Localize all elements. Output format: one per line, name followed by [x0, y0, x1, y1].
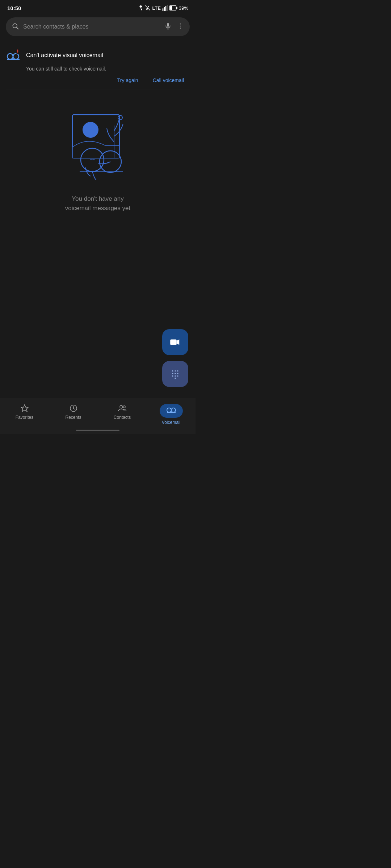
- nav-item-recents[interactable]: Recents: [49, 402, 98, 422]
- dialpad-fab[interactable]: [162, 361, 188, 387]
- empty-state-message: You don't have any voicemail messages ye…: [65, 194, 130, 213]
- svg-point-36: [172, 375, 173, 377]
- battery-icon: [169, 5, 177, 10]
- svg-point-45: [171, 408, 176, 412]
- bluetooth-icon: [138, 5, 143, 11]
- search-bar[interactable]: Search contacts & places: [6, 17, 190, 36]
- svg-point-35: [177, 373, 178, 374]
- svg-rect-7: [170, 6, 172, 10]
- svg-point-38: [177, 375, 178, 377]
- svg-point-17: [13, 54, 19, 59]
- voicemail-error-banner: Can't activate visual voicemail You can …: [6, 42, 190, 89]
- clock-icon: [69, 404, 78, 413]
- status-icons: LTE 39%: [138, 5, 188, 11]
- svg-point-23: [83, 122, 98, 138]
- svg-rect-29: [170, 340, 177, 345]
- fab-container: [162, 329, 188, 387]
- svg-point-39: [175, 378, 176, 379]
- nav-item-voicemail[interactable]: Voicemail: [147, 402, 196, 427]
- recents-label: Recents: [65, 415, 81, 420]
- svg-rect-10: [167, 23, 169, 26]
- svg-point-30: [172, 370, 173, 372]
- banner-subtitle: You can still call to check voicemail.: [26, 66, 190, 72]
- call-voicemail-button[interactable]: Call voicemail: [150, 76, 187, 85]
- search-icon: [12, 22, 19, 31]
- voicemail-icon: [166, 406, 176, 414]
- bottom-navigation: Favorites Recents Contacts Voicemail: [0, 398, 196, 434]
- contacts-icon: [118, 404, 127, 413]
- status-time: 10:50: [7, 5, 21, 11]
- dialpad-icon: [170, 369, 180, 379]
- svg-rect-1: [163, 8, 164, 11]
- voicemail-label: Voicemail: [162, 420, 180, 425]
- video-call-fab[interactable]: [162, 329, 188, 355]
- svg-point-44: [167, 408, 171, 412]
- svg-point-32: [177, 370, 178, 372]
- search-placeholder: Search contacts & places: [23, 24, 164, 30]
- microphone-icon[interactable]: [164, 22, 172, 31]
- banner-header: Can't activate visual voicemail: [6, 48, 190, 63]
- svg-marker-40: [21, 405, 28, 412]
- svg-rect-6: [176, 7, 177, 9]
- video-camera-icon: [170, 337, 181, 348]
- svg-point-14: [180, 25, 181, 26]
- svg-point-42: [120, 405, 123, 408]
- svg-point-31: [175, 370, 176, 372]
- lte-indicator: LTE: [152, 5, 161, 11]
- contacts-label: Contacts: [114, 415, 131, 420]
- star-icon: [20, 404, 29, 413]
- nav-item-favorites[interactable]: Favorites: [0, 402, 49, 422]
- svg-point-25: [118, 115, 122, 120]
- svg-point-16: [7, 54, 13, 59]
- battery-percent: 39%: [179, 5, 188, 11]
- svg-point-21: [17, 52, 18, 53]
- banner-title: Can't activate visual voicemail: [26, 52, 103, 59]
- svg-point-37: [175, 375, 176, 377]
- svg-rect-3: [165, 6, 167, 11]
- home-indicator: [76, 430, 119, 431]
- svg-point-43: [123, 406, 125, 408]
- signal-icon: [162, 5, 168, 11]
- svg-point-15: [180, 27, 181, 29]
- svg-line-9: [17, 27, 18, 29]
- favorites-label: Favorites: [16, 415, 33, 420]
- voicemail-nav-icon-wrapper: [160, 404, 183, 418]
- svg-rect-2: [164, 7, 165, 11]
- banner-actions: Try again Call voicemail: [6, 76, 190, 85]
- svg-point-34: [175, 373, 176, 374]
- more-options-icon[interactable]: [177, 22, 184, 31]
- svg-point-33: [172, 373, 173, 374]
- svg-rect-4: [167, 5, 168, 11]
- empty-state: You don't have any voicemail messages ye…: [0, 89, 196, 220]
- status-bar: 10:50 LTE 39%: [0, 0, 196, 14]
- voicemail-error-icon: [6, 48, 21, 63]
- mute-icon: [145, 5, 151, 11]
- empty-state-illustration: [58, 104, 138, 183]
- svg-point-13: [180, 23, 181, 24]
- nav-item-contacts[interactable]: Contacts: [98, 402, 147, 422]
- try-again-button[interactable]: Try again: [114, 76, 141, 85]
